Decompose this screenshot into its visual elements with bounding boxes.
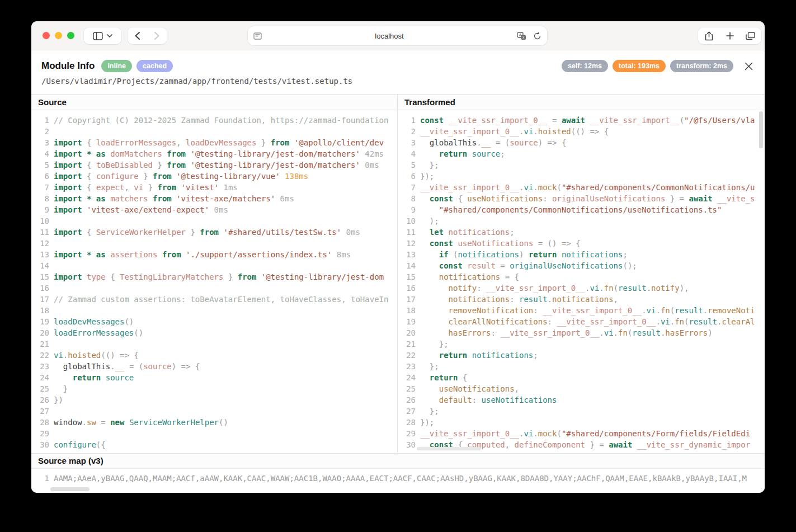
code-line: 28window.sw = new ServiceWorkerHelper() — [36, 417, 397, 428]
code-line: 21 — [36, 338, 397, 350]
traffic-lights — [43, 32, 74, 39]
browser-window: localhost A x — [31, 21, 765, 493]
horizontal-scrollbar-thumb[interactable] — [50, 487, 90, 491]
code-line: 13 if (notifications) return notificatio… — [402, 249, 765, 260]
code-line: 14 const result = originalUseNotificatio… — [402, 260, 765, 271]
code-line: 23 globalThis.__ = (source) => { — [36, 361, 397, 372]
code-line: 29__vite_ssr_import_0__.vi.mock("#shared… — [402, 428, 765, 439]
code-line: 17// Zammad custom assertions: toBeAvata… — [36, 294, 397, 305]
badge: total: 193ms — [613, 60, 666, 72]
code-line: 11import { ServiceWorkerHelper } from '#… — [36, 227, 397, 238]
code-line: 4import * as domMatchers from '@testing-… — [36, 148, 397, 159]
vertical-scrollbar-thumb[interactable] — [759, 111, 763, 148]
pane-headers: Source Transformed — [31, 94, 765, 110]
badge: inline — [101, 60, 132, 72]
code-line: 26}) — [36, 394, 397, 406]
code-line: 5import { toBeDisabled } from '@testing-… — [36, 159, 397, 171]
code-line: 19loadDevMessages() — [36, 316, 397, 327]
sourcemap-line-number: 1 — [36, 473, 49, 493]
sidebar-toggle-button[interactable] — [84, 27, 121, 44]
code-line: 29 — [36, 428, 397, 439]
code-line: 3import { loadErrorMessages, loadDevMess… — [36, 137, 397, 148]
forward-button[interactable] — [147, 32, 167, 40]
code-line: 26 default: useNotifications — [402, 394, 765, 406]
code-line: 2__vite_ssr_import_0__.vi.hoisted(() => … — [402, 126, 765, 137]
sourcemap-line[interactable]: 1 AAMA;AAeA,yBAAG,QAAQ,MAAM;AACf,aAAW,KA… — [31, 469, 765, 493]
sourcemap-title: Source map (v3) — [31, 453, 765, 469]
plus-icon — [726, 32, 734, 40]
code-line: 8import * as matchers from 'vitest-axe/m… — [36, 193, 397, 204]
code-line: 13import * as assertions from './support… — [36, 249, 397, 260]
tabs-icon — [746, 32, 755, 40]
code-line: 10 — [36, 215, 397, 227]
badge: self: 12ms — [562, 60, 608, 72]
code-line: 9 "#shared/components/CommonNotification… — [402, 204, 765, 215]
code-line: 7__vite_ssr_import_0__.vi.mock("#shared/… — [402, 182, 765, 193]
share-button[interactable] — [699, 31, 719, 41]
code-line: 18 removeNotification: __vite_ssr_import… — [402, 305, 765, 316]
code-line: 24 return source — [36, 372, 397, 383]
reload-icon[interactable] — [533, 32, 541, 40]
page-format-icon[interactable] — [253, 32, 262, 40]
code-line: 19 clearAllNotifications: __vite_ssr_imp… — [402, 316, 765, 327]
code-line: 7import { expect, vi } from 'vitest' 1ms — [36, 182, 397, 193]
code-line: 3 globalThis.__ = (source) => { — [402, 137, 765, 148]
code-line: 23 }; — [402, 361, 765, 372]
chevron-down-icon — [107, 34, 112, 37]
code-line: 10 ); — [402, 215, 765, 227]
code-line: 16 notify: __vite_ssr_import_0__.vi.fn(r… — [402, 283, 765, 294]
code-line: 16 — [36, 283, 397, 294]
code-panes: 1// Copyright (C) 2012-2025 Zammad Found… — [31, 110, 765, 453]
code-line: 20loadErrorMessages() — [36, 327, 397, 338]
url-text: localhost — [262, 32, 517, 40]
nav-buttons — [128, 27, 167, 44]
badge: transform: 2ms — [670, 60, 733, 72]
code-line: 27 }; — [402, 406, 765, 417]
window-minimize-button[interactable] — [55, 32, 62, 39]
code-line: 15 notifications = { — [402, 271, 765, 283]
code-line: 5 }; — [402, 159, 765, 171]
code-line: 9import 'vitest-axe/extend-expect' 0ms — [36, 204, 397, 215]
code-line: 12 const useNotifications = () => { — [402, 238, 765, 249]
code-line: 24 return { — [402, 372, 765, 383]
code-line: 21 }; — [402, 338, 765, 350]
new-tab-button[interactable] — [719, 32, 740, 40]
code-line: 18 — [36, 305, 397, 316]
code-line: 12 — [36, 238, 397, 249]
code-line: 8 const { useNotifications: originalUseN… — [402, 193, 765, 204]
code-line: 25 useNotifications, — [402, 383, 765, 394]
code-line: 22vi.hoisted(() => { — [36, 350, 397, 361]
code-line: 6import { configure } from '@testing-lib… — [36, 171, 397, 182]
window-zoom-button[interactable] — [67, 32, 74, 39]
source-pane-title: Source — [31, 95, 397, 110]
transformed-pane-title: Transformed — [397, 95, 765, 110]
code-line: 15import type { TestingLibraryMatchers }… — [36, 271, 397, 283]
page-title: Module Info — [41, 60, 95, 72]
code-line: 27 — [36, 406, 397, 417]
toolbar-right-buttons — [698, 27, 761, 44]
sidebar-icon — [93, 32, 103, 40]
code-line: 2 — [36, 126, 397, 137]
share-icon — [705, 31, 713, 41]
code-line: 11 let notifications; — [402, 227, 765, 238]
code-line: 14 — [36, 260, 397, 271]
module-info-header: Module Info inlinecached self: 12mstotal… — [31, 50, 765, 94]
code-line: 17 notifications: result.notifications, — [402, 294, 765, 305]
module-file-path: /Users/vladimir/Projects/zammad/app/fron… — [41, 77, 755, 86]
translate-icon[interactable]: A x — [517, 32, 526, 40]
transformed-code-pane[interactable]: 1const __vite_ssr_import_0__ = await __v… — [397, 110, 765, 453]
code-line: 30configure({ — [36, 439, 397, 450]
code-line: 1const __vite_ssr_import_0__ = await __v… — [402, 115, 765, 126]
close-panel-button[interactable] — [742, 60, 755, 72]
code-line: 4 return source; — [402, 148, 765, 159]
address-bar[interactable]: localhost A x — [248, 26, 547, 45]
code-line: 6}); — [402, 171, 765, 182]
back-button[interactable] — [128, 32, 147, 40]
tab-overview-button[interactable] — [740, 32, 761, 40]
code-line: 25 } — [36, 383, 397, 394]
window-close-button[interactable] — [43, 32, 50, 39]
module-badges: inlinecached — [101, 60, 173, 72]
horizontal-scrollbar-thumb[interactable] — [417, 447, 481, 450]
code-line: 22 return notifications; — [402, 350, 765, 361]
source-code-pane[interactable]: 1// Copyright (C) 2012-2025 Zammad Found… — [31, 110, 397, 453]
